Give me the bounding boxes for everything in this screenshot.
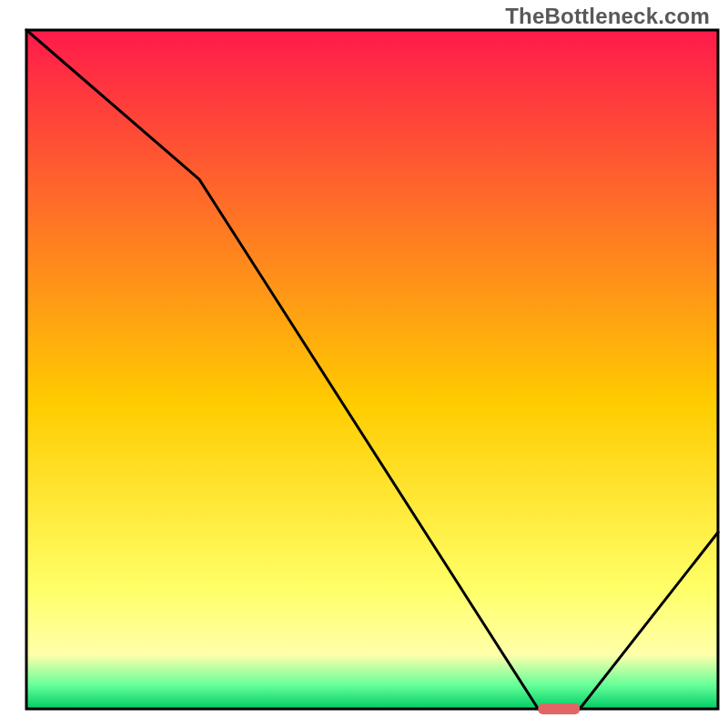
bottleneck-plot — [0, 0, 728, 728]
chart-container: TheBottleneck.com — [0, 0, 728, 728]
plot-gradient-background — [26, 30, 718, 709]
optimal-zone-marker — [538, 703, 580, 714]
